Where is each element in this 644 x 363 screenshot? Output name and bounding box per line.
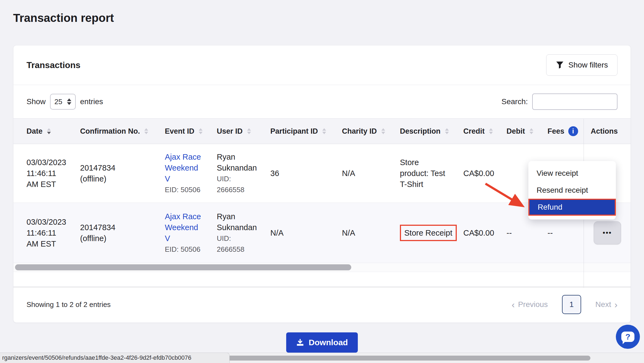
column-header-participant-id[interactable]: Participant ID bbox=[258, 119, 329, 144]
table-header-row: Date Confirmation No. Event ID User ID P… bbox=[13, 119, 631, 144]
sort-icon bbox=[381, 128, 385, 134]
length-prefix-label: Show bbox=[27, 97, 46, 106]
fees-info-icon[interactable]: i bbox=[568, 126, 578, 136]
table-empty-row bbox=[13, 272, 631, 287]
search-control: Search: bbox=[502, 93, 618, 110]
cell-user-id: Ryan Suknandan UID: 2666558 bbox=[204, 203, 258, 263]
sort-icon bbox=[489, 128, 493, 134]
show-filters-label: Show filters bbox=[568, 61, 608, 69]
event-link[interactable]: Ajax Race Weekend V bbox=[165, 153, 201, 183]
cell-charity-id: N/A bbox=[329, 144, 387, 203]
card-title: Transactions bbox=[27, 60, 80, 70]
sort-icon bbox=[529, 128, 533, 134]
row-actions-menu: View receipt Resend receipt Refund bbox=[528, 161, 616, 219]
show-filters-button[interactable]: Show filters bbox=[546, 54, 617, 76]
download-button[interactable]: Download bbox=[286, 332, 358, 353]
page-length-value: 25 bbox=[54, 98, 62, 106]
cell-date: 03/03/2023 11:46:11 AM EST bbox=[13, 203, 68, 263]
search-input[interactable] bbox=[532, 93, 617, 110]
entries-info: Showing 1 to 2 of 2 entries bbox=[27, 300, 111, 309]
page-length-select[interactable]: 25 bbox=[50, 94, 76, 110]
search-label: Search: bbox=[502, 97, 528, 106]
column-header-confirmation[interactable]: Confirmation No. bbox=[68, 119, 152, 144]
chevron-right-icon: › bbox=[614, 301, 617, 308]
cell-event-id: Ajax Race Weekend V EID: 50506 bbox=[152, 203, 204, 263]
card-footer: Showing 1 to 2 of 2 entries ‹ Previous 1… bbox=[13, 287, 631, 322]
download-icon bbox=[296, 338, 304, 347]
cell-user-id: Ryan Suknandan UID: 2666558 bbox=[204, 144, 258, 203]
event-link[interactable]: Ajax Race Weekend V bbox=[165, 212, 201, 243]
pagination: ‹ Previous 1 Next › bbox=[512, 295, 617, 314]
column-header-user-id[interactable]: User ID bbox=[204, 119, 258, 144]
column-header-charity-id[interactable]: Charity ID bbox=[329, 119, 387, 144]
column-header-actions: Actions bbox=[584, 119, 631, 144]
sort-icon bbox=[199, 128, 203, 134]
table-controls: Show 25 entries Search: bbox=[13, 85, 631, 119]
page-title: Transaction report bbox=[13, 11, 114, 25]
table-scrollbar-thumb[interactable] bbox=[15, 264, 351, 270]
store-receipt-highlight: Store Receipt bbox=[400, 225, 457, 241]
menu-item-refund[interactable]: Refund bbox=[528, 199, 616, 216]
cell-description: Store product: Test T-Shirt bbox=[387, 144, 451, 203]
event-eid: EID: 50506 bbox=[165, 184, 203, 195]
cell-date: 03/03/2023 11:46:11 AM EST bbox=[13, 144, 68, 203]
sort-icon bbox=[47, 128, 51, 134]
menu-item-view-receipt[interactable]: View receipt bbox=[528, 165, 616, 182]
card-header: Transactions Show filters bbox=[13, 45, 631, 85]
browser-status-bar: rganizers/event/50506/refunds/aae1ffde-3… bbox=[0, 353, 230, 363]
user-name: Ryan Suknandan bbox=[217, 151, 258, 173]
length-suffix-label: entries bbox=[80, 97, 103, 106]
table-horizontal-scrollbar bbox=[13, 263, 631, 272]
cell-description: Store Receipt bbox=[387, 203, 451, 263]
previous-page-button[interactable]: ‹ Previous bbox=[512, 300, 548, 309]
menu-item-resend-receipt[interactable]: Resend receipt bbox=[528, 182, 616, 199]
column-header-debit[interactable]: Debit bbox=[494, 119, 535, 144]
filter-funnel-icon bbox=[556, 61, 564, 69]
event-eid: EID: 50506 bbox=[165, 244, 203, 255]
page-length-control: Show 25 entries bbox=[27, 94, 103, 110]
sort-icon bbox=[322, 128, 326, 134]
row-actions-button[interactable]: ••• bbox=[594, 221, 621, 244]
column-header-event-id[interactable]: Event ID bbox=[152, 119, 204, 144]
cell-event-id: Ajax Race Weekend V EID: 50506 bbox=[152, 144, 204, 203]
current-page-button[interactable]: 1 bbox=[562, 295, 581, 314]
cell-credit: CA$0.00 bbox=[451, 144, 494, 203]
sort-icon bbox=[144, 128, 148, 134]
cell-charity-id: N/A bbox=[329, 203, 387, 263]
cell-participant-id: 36 bbox=[258, 144, 329, 203]
column-header-date[interactable]: Date bbox=[13, 119, 68, 144]
sort-icon bbox=[445, 128, 449, 134]
cell-confirmation: 20147834 (offline) bbox=[68, 144, 152, 203]
sort-icon bbox=[247, 128, 251, 134]
user-name: Ryan Suknandan bbox=[217, 211, 258, 233]
cell-confirmation: 20147834 (offline) bbox=[68, 203, 152, 263]
cell-credit: CA$0.00 bbox=[451, 203, 494, 263]
cell-participant-id: N/A bbox=[258, 203, 329, 263]
next-page-button[interactable]: Next › bbox=[595, 300, 617, 309]
page: Transaction report Transactions Show fil… bbox=[0, 0, 644, 363]
help-button[interactable]: ? bbox=[616, 325, 640, 349]
user-uid: UID: 2666558 bbox=[217, 173, 258, 195]
column-header-fees: Fees i bbox=[535, 119, 584, 144]
user-uid: UID: 2666558 bbox=[217, 233, 258, 255]
column-header-credit[interactable]: Credit bbox=[451, 119, 494, 144]
column-header-description[interactable]: Description bbox=[387, 119, 451, 144]
chevron-left-icon: ‹ bbox=[512, 301, 515, 308]
select-arrows-icon bbox=[67, 98, 71, 105]
help-bubble-icon: ? bbox=[621, 332, 634, 342]
